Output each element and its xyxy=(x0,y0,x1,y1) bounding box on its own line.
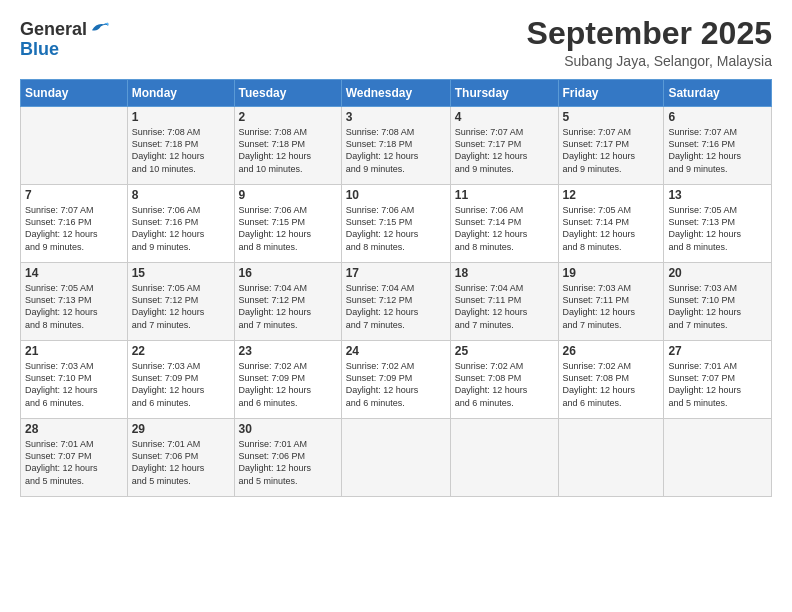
day-info: Sunrise: 7:05 AM Sunset: 7:13 PM Dayligh… xyxy=(668,204,767,253)
calendar-week-row: 21Sunrise: 7:03 AM Sunset: 7:10 PM Dayli… xyxy=(21,341,772,419)
calendar-cell: 20Sunrise: 7:03 AM Sunset: 7:10 PM Dayli… xyxy=(664,263,772,341)
day-info: Sunrise: 7:02 AM Sunset: 7:09 PM Dayligh… xyxy=(239,360,337,409)
day-info: Sunrise: 7:07 AM Sunset: 7:16 PM Dayligh… xyxy=(668,126,767,175)
calendar-cell: 6Sunrise: 7:07 AM Sunset: 7:16 PM Daylig… xyxy=(664,107,772,185)
day-info: Sunrise: 7:07 AM Sunset: 7:16 PM Dayligh… xyxy=(25,204,123,253)
day-number: 16 xyxy=(239,266,337,280)
calendar-cell: 8Sunrise: 7:06 AM Sunset: 7:16 PM Daylig… xyxy=(127,185,234,263)
day-info: Sunrise: 7:03 AM Sunset: 7:10 PM Dayligh… xyxy=(668,282,767,331)
page: General Blue September 2025 Subang Jaya,… xyxy=(0,0,792,507)
calendar-cell: 3Sunrise: 7:08 AM Sunset: 7:18 PM Daylig… xyxy=(341,107,450,185)
day-number: 9 xyxy=(239,188,337,202)
calendar-cell: 10Sunrise: 7:06 AM Sunset: 7:15 PM Dayli… xyxy=(341,185,450,263)
calendar-week-row: 14Sunrise: 7:05 AM Sunset: 7:13 PM Dayli… xyxy=(21,263,772,341)
day-info: Sunrise: 7:01 AM Sunset: 7:07 PM Dayligh… xyxy=(668,360,767,409)
calendar-cell: 29Sunrise: 7:01 AM Sunset: 7:06 PM Dayli… xyxy=(127,419,234,497)
weekday-header: Monday xyxy=(127,80,234,107)
day-number: 22 xyxy=(132,344,230,358)
weekday-header: Wednesday xyxy=(341,80,450,107)
subtitle: Subang Jaya, Selangor, Malaysia xyxy=(527,53,772,69)
day-info: Sunrise: 7:04 AM Sunset: 7:12 PM Dayligh… xyxy=(346,282,446,331)
calendar-cell xyxy=(450,419,558,497)
day-info: Sunrise: 7:06 AM Sunset: 7:14 PM Dayligh… xyxy=(455,204,554,253)
calendar-cell: 17Sunrise: 7:04 AM Sunset: 7:12 PM Dayli… xyxy=(341,263,450,341)
logo-general: General xyxy=(20,20,87,40)
day-number: 30 xyxy=(239,422,337,436)
day-info: Sunrise: 7:05 AM Sunset: 7:12 PM Dayligh… xyxy=(132,282,230,331)
calendar-cell: 11Sunrise: 7:06 AM Sunset: 7:14 PM Dayli… xyxy=(450,185,558,263)
calendar-cell: 19Sunrise: 7:03 AM Sunset: 7:11 PM Dayli… xyxy=(558,263,664,341)
logo: General Blue xyxy=(20,20,111,60)
calendar-cell: 9Sunrise: 7:06 AM Sunset: 7:15 PM Daylig… xyxy=(234,185,341,263)
day-number: 5 xyxy=(563,110,660,124)
day-info: Sunrise: 7:01 AM Sunset: 7:06 PM Dayligh… xyxy=(132,438,230,487)
calendar-cell: 2Sunrise: 7:08 AM Sunset: 7:18 PM Daylig… xyxy=(234,107,341,185)
day-info: Sunrise: 7:05 AM Sunset: 7:14 PM Dayligh… xyxy=(563,204,660,253)
day-info: Sunrise: 7:03 AM Sunset: 7:10 PM Dayligh… xyxy=(25,360,123,409)
day-number: 7 xyxy=(25,188,123,202)
weekday-header: Saturday xyxy=(664,80,772,107)
calendar-cell: 18Sunrise: 7:04 AM Sunset: 7:11 PM Dayli… xyxy=(450,263,558,341)
title-area: September 2025 Subang Jaya, Selangor, Ma… xyxy=(527,16,772,69)
day-number: 4 xyxy=(455,110,554,124)
calendar-cell: 7Sunrise: 7:07 AM Sunset: 7:16 PM Daylig… xyxy=(21,185,128,263)
day-number: 2 xyxy=(239,110,337,124)
day-number: 12 xyxy=(563,188,660,202)
day-info: Sunrise: 7:02 AM Sunset: 7:08 PM Dayligh… xyxy=(455,360,554,409)
calendar-cell: 23Sunrise: 7:02 AM Sunset: 7:09 PM Dayli… xyxy=(234,341,341,419)
header: General Blue September 2025 Subang Jaya,… xyxy=(20,16,772,69)
calendar-header-row: SundayMondayTuesdayWednesdayThursdayFrid… xyxy=(21,80,772,107)
day-number: 20 xyxy=(668,266,767,280)
calendar-cell: 22Sunrise: 7:03 AM Sunset: 7:09 PM Dayli… xyxy=(127,341,234,419)
day-number: 1 xyxy=(132,110,230,124)
day-number: 10 xyxy=(346,188,446,202)
calendar-cell: 24Sunrise: 7:02 AM Sunset: 7:09 PM Dayli… xyxy=(341,341,450,419)
calendar-week-row: 28Sunrise: 7:01 AM Sunset: 7:07 PM Dayli… xyxy=(21,419,772,497)
calendar-cell: 1Sunrise: 7:08 AM Sunset: 7:18 PM Daylig… xyxy=(127,107,234,185)
day-number: 15 xyxy=(132,266,230,280)
calendar-cell: 13Sunrise: 7:05 AM Sunset: 7:13 PM Dayli… xyxy=(664,185,772,263)
weekday-header: Sunday xyxy=(21,80,128,107)
calendar-cell: 26Sunrise: 7:02 AM Sunset: 7:08 PM Dayli… xyxy=(558,341,664,419)
calendar-cell xyxy=(664,419,772,497)
day-number: 14 xyxy=(25,266,123,280)
day-number: 23 xyxy=(239,344,337,358)
day-info: Sunrise: 7:06 AM Sunset: 7:15 PM Dayligh… xyxy=(346,204,446,253)
day-info: Sunrise: 7:05 AM Sunset: 7:13 PM Dayligh… xyxy=(25,282,123,331)
day-number: 27 xyxy=(668,344,767,358)
weekday-header: Tuesday xyxy=(234,80,341,107)
calendar-cell: 25Sunrise: 7:02 AM Sunset: 7:08 PM Dayli… xyxy=(450,341,558,419)
calendar-cell: 28Sunrise: 7:01 AM Sunset: 7:07 PM Dayli… xyxy=(21,419,128,497)
day-number: 28 xyxy=(25,422,123,436)
day-info: Sunrise: 7:03 AM Sunset: 7:11 PM Dayligh… xyxy=(563,282,660,331)
day-info: Sunrise: 7:04 AM Sunset: 7:11 PM Dayligh… xyxy=(455,282,554,331)
weekday-header: Thursday xyxy=(450,80,558,107)
day-number: 29 xyxy=(132,422,230,436)
calendar-cell: 27Sunrise: 7:01 AM Sunset: 7:07 PM Dayli… xyxy=(664,341,772,419)
logo-blue-text: Blue xyxy=(20,39,59,59)
weekday-header: Friday xyxy=(558,80,664,107)
day-number: 13 xyxy=(668,188,767,202)
calendar-week-row: 7Sunrise: 7:07 AM Sunset: 7:16 PM Daylig… xyxy=(21,185,772,263)
calendar-cell: 16Sunrise: 7:04 AM Sunset: 7:12 PM Dayli… xyxy=(234,263,341,341)
day-info: Sunrise: 7:04 AM Sunset: 7:12 PM Dayligh… xyxy=(239,282,337,331)
calendar-cell: 5Sunrise: 7:07 AM Sunset: 7:17 PM Daylig… xyxy=(558,107,664,185)
calendar-cell xyxy=(558,419,664,497)
month-title: September 2025 xyxy=(527,16,772,51)
day-info: Sunrise: 7:08 AM Sunset: 7:18 PM Dayligh… xyxy=(239,126,337,175)
calendar-week-row: 1Sunrise: 7:08 AM Sunset: 7:18 PM Daylig… xyxy=(21,107,772,185)
day-number: 25 xyxy=(455,344,554,358)
day-number: 11 xyxy=(455,188,554,202)
calendar-cell: 21Sunrise: 7:03 AM Sunset: 7:10 PM Dayli… xyxy=(21,341,128,419)
day-info: Sunrise: 7:07 AM Sunset: 7:17 PM Dayligh… xyxy=(455,126,554,175)
calendar-cell xyxy=(341,419,450,497)
day-number: 6 xyxy=(668,110,767,124)
day-number: 24 xyxy=(346,344,446,358)
day-number: 3 xyxy=(346,110,446,124)
day-number: 21 xyxy=(25,344,123,358)
day-number: 17 xyxy=(346,266,446,280)
day-info: Sunrise: 7:03 AM Sunset: 7:09 PM Dayligh… xyxy=(132,360,230,409)
day-number: 26 xyxy=(563,344,660,358)
day-number: 19 xyxy=(563,266,660,280)
day-number: 18 xyxy=(455,266,554,280)
